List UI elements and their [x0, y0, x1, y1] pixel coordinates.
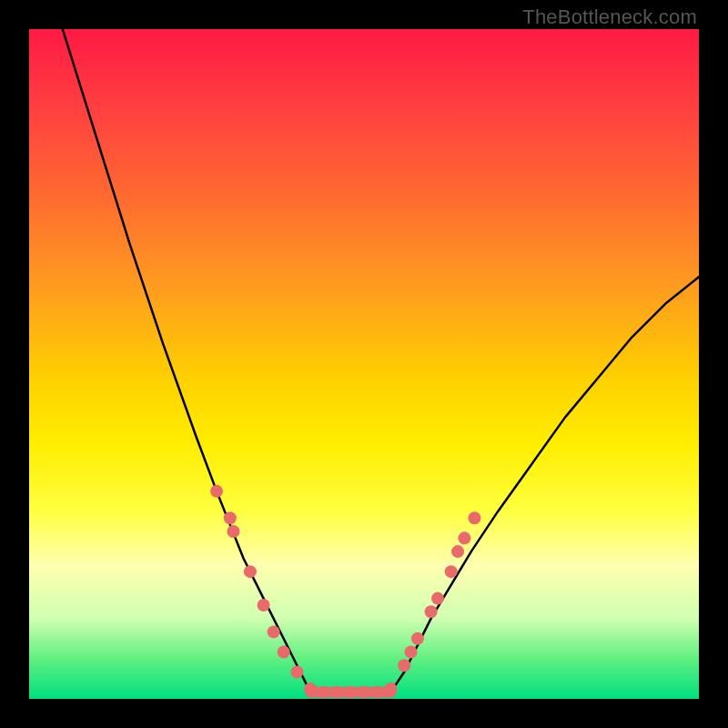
- marker-dot: [318, 686, 330, 699]
- marker-dot: [468, 511, 480, 524]
- marker-dot: [290, 666, 303, 679]
- marker-dot: [227, 525, 239, 538]
- marker-dot: [371, 686, 384, 699]
- marker-dot: [458, 531, 470, 544]
- plot-background: [29, 29, 699, 699]
- chart-svg: [29, 29, 699, 699]
- marker-dot: [304, 682, 317, 695]
- marker-dot: [268, 625, 280, 638]
- marker-dot: [431, 592, 444, 605]
- marker-dot: [258, 599, 270, 612]
- marker-dot: [278, 645, 290, 658]
- marker-dot: [344, 686, 357, 699]
- marker-dot: [451, 545, 464, 558]
- marker-dot: [244, 565, 257, 578]
- bottleneck-curve: [63, 29, 699, 693]
- chart-container: TheBottleneck.com: [0, 0, 728, 728]
- marker-dot: [405, 645, 418, 658]
- marker-dot: [224, 511, 237, 524]
- marker-dot: [411, 632, 424, 645]
- marker-dot: [331, 686, 344, 699]
- marker-dot: [358, 686, 370, 699]
- marker-dot: [384, 682, 397, 695]
- marker-dot: [398, 659, 410, 672]
- marker-dot: [425, 605, 438, 618]
- marker-dot: [210, 485, 223, 498]
- marker-dot: [445, 565, 458, 578]
- watermark-text: TheBottleneck.com: [522, 5, 697, 29]
